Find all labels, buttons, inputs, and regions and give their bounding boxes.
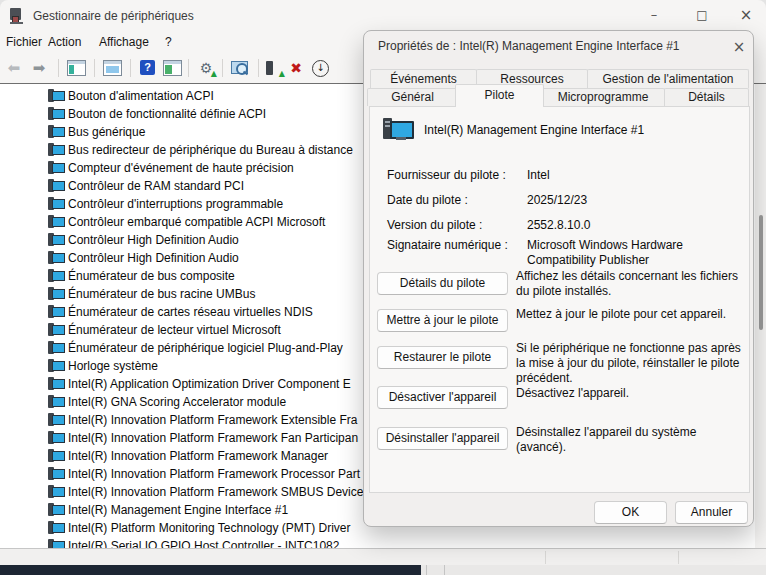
- system-device-icon: [48, 305, 65, 319]
- tree-item-label: Contrôleur High Definition Audio: [68, 251, 239, 265]
- tree-item-label: Intel(R) Innovation Platform Framework F…: [68, 431, 358, 445]
- properties-button[interactable]: [100, 57, 124, 79]
- field-value-version: 2552.8.10.0: [527, 218, 590, 232]
- menu-affichage[interactable]: Affichage: [99, 35, 149, 49]
- desactiver-appareil-button[interactable]: Désactiver l'appareil: [377, 386, 508, 409]
- update-driver-button[interactable]: ⚙▲: [194, 57, 218, 79]
- tree-item-label: Intel(R) Innovation Platform Framework P…: [68, 467, 360, 481]
- bottom-edge-bar: [0, 565, 766, 575]
- uninstall-x-icon: ✖: [290, 60, 302, 76]
- tree-item-label: Intel(R) GNA Scoring Accelerator module: [68, 395, 286, 409]
- uninstall-device-button[interactable]: ✖: [284, 57, 308, 79]
- titlebar: Gestionnaire de périphériques – □ ×: [0, 0, 766, 32]
- maximize-button[interactable]: □: [682, 0, 722, 30]
- details-pilote-desc: Affichez les détails concernant les fich…: [516, 269, 747, 299]
- tree-item-label: Contrôleur embarqué compatible ACPI Micr…: [68, 215, 325, 229]
- system-device-icon: [48, 449, 65, 463]
- system-device-icon: [48, 323, 65, 337]
- tree-item-label: Bus redirecteur de périphérique du Burea…: [68, 143, 353, 157]
- system-device-icon: [48, 395, 65, 409]
- field-value-fournisseur: Intel: [527, 168, 550, 182]
- statusbar-divider: [545, 551, 546, 564]
- tree-item-label: Bouton de fonctionnalité définie ACPI: [68, 107, 266, 121]
- tab-pilote[interactable]: Pilote: [455, 84, 544, 107]
- device-manager-app-icon: [10, 8, 23, 24]
- toolbar-separator: [94, 59, 95, 77]
- dialog-close-icon[interactable]: ×: [726, 34, 752, 60]
- system-device-icon: [48, 413, 65, 427]
- desinstaller-appareil-desc: Désinstallez l'appareil du système (avan…: [516, 425, 747, 455]
- tab-general[interactable]: Général: [367, 88, 458, 106]
- close-button[interactable]: ×: [726, 0, 766, 30]
- tree-item-label: Contrôleur d'interruptions programmable: [68, 197, 283, 211]
- tree-item-label: Bus générique: [68, 125, 145, 139]
- help-button[interactable]: ?: [136, 57, 160, 79]
- mettre-a-jour-button[interactable]: Mettre à jour le pilote: [377, 309, 508, 332]
- details-pilote-button[interactable]: Détails du pilote: [377, 272, 508, 295]
- forward-arrow-icon: ➡: [27, 57, 51, 79]
- tree-item-label: Énumérateur de bus racine UMBus: [68, 287, 255, 301]
- tree-item-label: Intel(R) Platform Monitoring Technology …: [68, 521, 351, 535]
- system-device-icon: [48, 215, 65, 229]
- restaurer-pilote-button[interactable]: Restaurer le pilote: [377, 346, 508, 369]
- update-device-drivers-button[interactable]: ▲: [262, 57, 286, 79]
- tab-gestion-alimentation[interactable]: Gestion de l'alimentation: [587, 69, 749, 88]
- properties-dialog: Propriétés de : Intel(R) Management Engi…: [363, 30, 754, 527]
- mettre-a-jour-desc: Mettez à jour le pilote pour cet apparei…: [516, 307, 747, 322]
- system-device-icon: [48, 431, 65, 445]
- system-device-icon: [48, 179, 65, 193]
- system-device-icon: [48, 89, 65, 103]
- menu-action[interactable]: Action: [48, 35, 81, 49]
- system-device-icon: [48, 197, 65, 211]
- device-large-icon: [383, 118, 413, 142]
- menu-fichier[interactable]: Fichier: [6, 35, 42, 49]
- export-list-button[interactable]: [160, 57, 184, 79]
- toolbar-separator: [130, 59, 131, 77]
- tree-item-label: Intel(R) Serial IO GPIO Host Controller …: [68, 539, 339, 548]
- green-up-arrow-icon: ▲: [211, 70, 217, 78]
- show-console-tree-button[interactable]: [64, 57, 88, 79]
- help-icon: ?: [140, 60, 155, 75]
- system-device-icon: [48, 251, 65, 265]
- tree-item-label: Intel(R) Application Optimization Driver…: [68, 377, 351, 391]
- ok-button[interactable]: OK: [594, 501, 667, 524]
- statusbar-divider: [678, 551, 679, 564]
- forward-button[interactable]: ➡: [27, 57, 51, 79]
- tree-item-label: Intel(R) Management Engine Interface #1: [68, 503, 288, 517]
- desinstaller-appareil-button[interactable]: Désinstaller l'appareil: [377, 427, 508, 450]
- system-device-icon: [48, 341, 65, 355]
- field-label-date: Date du pilote :: [387, 193, 468, 207]
- system-device-icon: [48, 377, 65, 391]
- disable-device-button[interactable]: ↓: [308, 57, 332, 79]
- tree-item-label: Intel(R) Innovation Platform Framework S…: [68, 485, 363, 499]
- system-device-icon: [48, 503, 65, 517]
- minimize-button[interactable]: –: [634, 0, 674, 30]
- bottom-divider: [426, 565, 427, 575]
- toolbar-separator: [222, 59, 223, 77]
- tab-microprogramme[interactable]: Microprogramme: [541, 88, 665, 106]
- menu-aide[interactable]: ?: [165, 35, 172, 49]
- back-button[interactable]: ➡: [2, 57, 26, 79]
- dialog-title: Propriétés de : Intel(R) Management Engi…: [378, 39, 680, 53]
- tree-item-label: Horloge système: [68, 359, 158, 373]
- console-tree-icon: [67, 60, 86, 76]
- field-label-version: Version du pilote :: [387, 218, 482, 232]
- system-device-icon: [48, 107, 65, 121]
- system-device-icon: [48, 233, 65, 247]
- screen: Gestionnaire de périphériques – □ × Fich…: [0, 0, 766, 575]
- tree-item[interactable]: Intel(R) Serial IO GPIO Host Controller …: [0, 537, 766, 548]
- statusbar: [0, 548, 766, 566]
- tree-item-label: Intel(R) Innovation Platform Framework E…: [68, 413, 357, 427]
- cancel-button[interactable]: Annuler: [675, 501, 748, 524]
- device-name: Intel(R) Management Engine Interface #1: [424, 123, 644, 137]
- restaurer-pilote-desc: Si le périphérique ne fonctionne pas apr…: [516, 341, 747, 386]
- back-arrow-icon: ➡: [2, 57, 26, 79]
- device-icon: [266, 61, 273, 75]
- system-device-icon: [48, 125, 65, 139]
- tab-details[interactable]: Détails: [664, 88, 749, 106]
- window-title: Gestionnaire de périphériques: [33, 9, 194, 23]
- tree-item-label: Contrôleur de RAM standard PCI: [68, 179, 244, 193]
- system-device-icon: [48, 485, 65, 499]
- tree-item-label: Énumérateur de lecteur virtuel Microsoft: [68, 323, 281, 337]
- scan-hardware-button[interactable]: [228, 57, 252, 79]
